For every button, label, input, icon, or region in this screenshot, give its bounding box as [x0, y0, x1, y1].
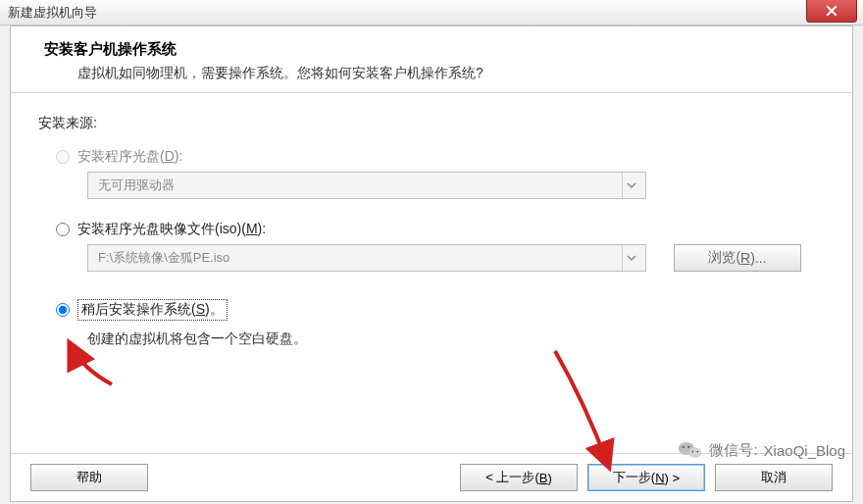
svg-point-3	[688, 446, 690, 448]
close-button[interactable]	[806, 0, 857, 23]
svg-point-1	[689, 447, 702, 458]
radio-disc-label: 安装程序光盘(D):	[77, 148, 182, 166]
cancel-button[interactable]: 取消	[715, 464, 833, 491]
help-button[interactable]: 帮助	[30, 464, 148, 491]
watermark-label: 微信号:	[709, 441, 757, 460]
titlebar: 新建虚拟机向导	[0, 0, 863, 25]
later-description: 创建的虚拟机将包含一个空白硬盘。	[87, 330, 829, 348]
window-title: 新建虚拟机向导	[8, 4, 97, 22]
wizard-dialog: 安装客户机操作系统 虚拟机如同物理机，需要操作系统。您将如何安装客户机操作系统?…	[10, 25, 853, 502]
page-subtitle: 虚拟机如同物理机，需要操作系统。您将如何安装客户机操作系统?	[44, 65, 829, 82]
svg-point-4	[692, 451, 694, 453]
disc-dropdown-text: 无可用驱动器	[98, 176, 175, 194]
radio-iso-row[interactable]: 安装程序光盘映像文件(iso)(M):	[56, 221, 829, 238]
radio-disc[interactable]	[56, 150, 70, 164]
iso-path-text: F:\系统镜像\金狐PE.iso	[98, 249, 229, 267]
chevron-down-icon	[622, 173, 639, 198]
watermark-id: XiaoQi_Blog	[764, 442, 845, 459]
source-label: 安装来源:	[38, 115, 829, 132]
radio-iso[interactable]	[56, 223, 70, 236]
next-button[interactable]: 下一步(N) >	[587, 464, 705, 491]
radio-disc-row[interactable]: 安装程序光盘(D):	[56, 148, 829, 166]
radio-iso-label: 安装程序光盘映像文件(iso)(M):	[77, 221, 266, 238]
page-title: 安装客户机操作系统	[44, 40, 829, 59]
browse-button[interactable]: 浏览(R)...	[674, 244, 801, 272]
wechat-icon	[678, 439, 703, 461]
close-icon	[826, 5, 838, 17]
chevron-down-icon	[622, 245, 639, 271]
disc-dropdown[interactable]: 无可用驱动器	[87, 172, 646, 199]
wizard-header: 安装客户机操作系统 虚拟机如同物理机，需要操作系统。您将如何安装客户机操作系统?	[11, 26, 852, 93]
back-button[interactable]: < 上一步(B)	[460, 464, 578, 491]
wizard-content: 安装来源: 安装程序光盘(D): 无可用驱动器 安装程序光盘映像文件(iso)(…	[11, 93, 852, 453]
radio-later-label: 稍后安装操作系统(S)。	[77, 299, 228, 321]
svg-point-2	[683, 446, 685, 448]
watermark: 微信号: XiaoQi_Blog	[678, 439, 845, 461]
svg-point-5	[697, 451, 699, 453]
radio-later-row[interactable]: 稍后安装操作系统(S)。	[56, 299, 829, 321]
radio-later[interactable]	[56, 303, 70, 317]
iso-path-input[interactable]: F:\系统镜像\金狐PE.iso	[87, 244, 646, 272]
